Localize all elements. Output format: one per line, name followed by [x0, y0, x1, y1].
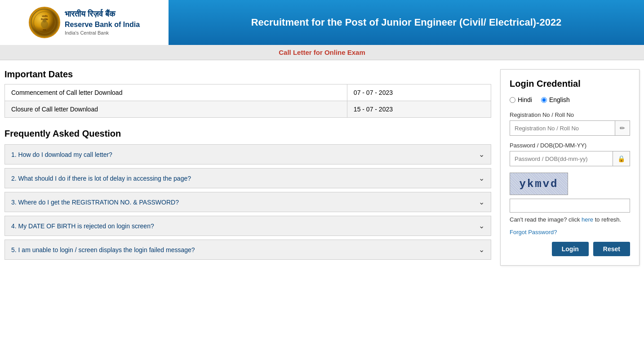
- edit-icon[interactable]: ✏: [615, 121, 630, 135]
- svg-point-5: [43, 19, 46, 22]
- left-content: Important Dates Commencement of Call let…: [4, 69, 500, 263]
- captcha-refresh-label: Can't read the image? click: [510, 216, 580, 223]
- chevron-down-icon: ⌄: [479, 198, 484, 206]
- registration-label: Registration No / Roll No: [510, 111, 630, 118]
- date-value: 07 - 07 - 2023: [347, 84, 491, 101]
- login-title: Login Credential: [510, 79, 630, 89]
- header-logo: भारतीय रिज़र्व बैंक RBI भारतीय रिज़र्व ब…: [0, 0, 169, 45]
- login-button[interactable]: Login: [552, 242, 589, 256]
- sub-header-text: Call Letter for Online Exam: [279, 49, 365, 56]
- english-radio[interactable]: [541, 97, 547, 103]
- sub-header-bar: Call Letter for Online Exam: [0, 45, 644, 60]
- captcha-image: ykmvd: [510, 173, 568, 195]
- lang-english-option[interactable]: English: [541, 96, 570, 103]
- date-value: 15 - 07 - 2023: [347, 101, 491, 118]
- logo-hindi: भारतीय रिज़र्व बैंक: [65, 9, 140, 20]
- header: भारतीय रिज़र्व बैंक RBI भारतीय रिज़र्व ब…: [0, 0, 644, 45]
- password-label: Password / DOB(DD-MM-YY): [510, 142, 630, 149]
- captcha-refresh-link[interactable]: here: [582, 216, 593, 223]
- action-buttons: Login Reset: [510, 242, 630, 256]
- important-dates-table: Commencement of Call letter Download 07 …: [4, 84, 491, 118]
- password-input-wrapper: 🔒: [510, 151, 630, 166]
- lang-hindi-option[interactable]: Hindi: [510, 96, 532, 103]
- password-field-group: Password / DOB(DD-MM-YY) 🔒: [510, 142, 630, 166]
- chevron-down-icon: ⌄: [479, 222, 484, 230]
- faq-title: Frequently Asked Question: [4, 129, 491, 139]
- table-row: Closure of Call letter Download 15 - 07 …: [5, 101, 491, 118]
- important-dates-title: Important Dates: [4, 69, 491, 80]
- english-label: English: [549, 96, 570, 103]
- reset-button[interactable]: Reset: [593, 242, 630, 256]
- faq-item-2[interactable]: 2. What should I do if there is lot of d…: [4, 168, 491, 188]
- faq-item-5[interactable]: 5. I am unable to login / screen display…: [4, 240, 491, 260]
- language-selector: Hindi English: [510, 96, 630, 103]
- main-layout: Important Dates Commencement of Call let…: [0, 60, 644, 275]
- faq-question-1: 1. How do I download my call letter?: [11, 151, 112, 158]
- table-row: Commencement of Call letter Download 07 …: [5, 84, 491, 101]
- login-panel: Login Credential Hindi English Registrat…: [500, 69, 640, 266]
- svg-text:भारतीय: भारतीय: [41, 15, 48, 18]
- chevron-down-icon: ⌄: [479, 245, 484, 254]
- faq-question-2: 2. What should I do if there is lot of d…: [11, 175, 191, 182]
- captcha-refresh-text: Can't read the image? click here to refr…: [510, 215, 630, 224]
- registration-field-group: Registration No / Roll No ✏: [510, 111, 630, 136]
- password-input[interactable]: [510, 152, 613, 166]
- chevron-down-icon: ⌄: [479, 174, 484, 182]
- rbi-emblem: भारतीय रिज़र्व बैंक RBI: [29, 7, 60, 38]
- captcha-refresh-suffix: to refresh.: [595, 216, 622, 223]
- captcha-input[interactable]: [510, 199, 630, 213]
- registration-input-wrapper: ✏: [510, 120, 630, 136]
- faq-item-4[interactable]: 4. My DATE OF BIRTH is rejected on login…: [4, 216, 491, 236]
- registration-input[interactable]: [510, 121, 615, 135]
- forgot-password-link[interactable]: Forgot Password?: [510, 229, 630, 235]
- faq-question-4: 4. My DATE OF BIRTH is rejected on login…: [11, 222, 154, 230]
- hindi-radio[interactable]: [510, 97, 515, 103]
- logo-english-name: Reserve Bank of India: [65, 20, 140, 30]
- captcha-section: ykmvd Can't read the image? click here t…: [510, 173, 630, 224]
- faq-question-5: 5. I am unable to login / screen display…: [11, 246, 195, 253]
- captcha-text: ykmvd: [519, 178, 558, 190]
- faq-item-1[interactable]: 1. How do I download my call letter? ⌄: [4, 144, 491, 164]
- hindi-label: Hindi: [518, 96, 532, 103]
- page-title: Recruitment for the Post of Junior Engin…: [169, 17, 644, 28]
- logo-tagline: India's Central Bank: [65, 30, 140, 36]
- faq-item-3[interactable]: 3. Where do I get the REGISTRATION NO. &…: [4, 192, 491, 212]
- chevron-down-icon: ⌄: [479, 150, 484, 159]
- faq-question-3: 3. Where do I get the REGISTRATION NO. &…: [11, 199, 179, 206]
- date-label: Closure of Call letter Download: [5, 101, 347, 118]
- date-label: Commencement of Call letter Download: [5, 84, 347, 101]
- svg-text:RBI: RBI: [43, 29, 46, 31]
- lock-icon[interactable]: 🔒: [613, 151, 630, 166]
- logo-text-block: भारतीय रिज़र्व बैंक Reserve Bank of Indi…: [65, 9, 140, 37]
